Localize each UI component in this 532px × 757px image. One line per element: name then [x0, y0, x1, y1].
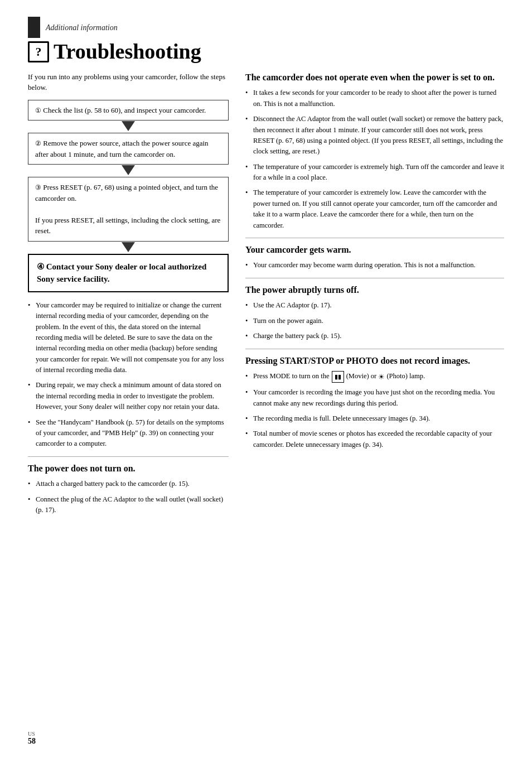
power-bullet-1: Attach a charged battery pack to the cam… [28, 479, 229, 489]
power-not-turn-on-heading: The power does not turn on. [28, 462, 229, 475]
power-not-turn-on-bullets: Attach a charged battery pack to the cam… [28, 479, 229, 515]
power-off-bullets: Use the AC Adaptor (p. 17). Turn on the … [245, 300, 504, 341]
not-operate-bullets: It takes a few seconds for your camcorde… [245, 88, 504, 231]
power-off-bullet-2: Turn on the power again. [245, 316, 504, 326]
step-2-text: Remove the power source, attach the powe… [35, 139, 209, 158]
step-1-text: Check the list (p. 58 to 60), and inspec… [43, 106, 206, 114]
start-stop-bullets: Press MODE to turn on the ▮▮ (Movie) or … [245, 371, 504, 450]
left-column: If you run into any problems using your … [28, 71, 229, 520]
gets-warm-bullets: Your camcorder may become warm during op… [245, 260, 504, 271]
step-1-box: ① Check the list (p. 58 to 60), and insp… [28, 100, 229, 121]
step-4-box: ④ Contact your Sony dealer or local auth… [28, 254, 229, 292]
step-3-box: ③ Press RESET (p. 67, 68) using a pointe… [28, 177, 229, 242]
left-bullet-2: During repair, we may check a minimum am… [28, 380, 229, 412]
two-column-layout: If you run into any problems using your … [28, 71, 504, 520]
title-text: Troubleshooting [54, 40, 201, 64]
not-operate-bullet-3: The temperature of your camcorder is ext… [245, 162, 504, 184]
divider-power [28, 456, 229, 457]
movie-icon: ▮▮ [332, 371, 344, 383]
top-bar-accent [28, 17, 40, 38]
svg-marker-0 [122, 121, 135, 131]
divider-power-off [245, 278, 504, 278]
left-bullet-3: See the "Handycam" Handbook (p. 57) for … [28, 417, 229, 450]
step-3-number: ③ [35, 184, 41, 191]
left-bullet-1: Your camcorder may be required to initia… [28, 300, 229, 376]
page-number-area: US 58 [28, 731, 36, 746]
not-operate-bullet-1: It takes a few seconds for your camcorde… [245, 88, 504, 109]
page-title: ? Troubleshooting [28, 40, 504, 64]
camera-icon: ☀ [378, 372, 385, 383]
power-off-bullet-1: Use the AC Adaptor (p. 17). [245, 300, 504, 311]
not-operate-bullet-2: Disconnect the AC Adaptor from the wall … [245, 114, 504, 157]
start-stop-bullet-2: Your camcorder is recording the image yo… [245, 387, 504, 409]
section-heading-not-operate: The camcorder does not operate even when… [245, 71, 504, 84]
divider-start-stop [245, 349, 504, 349]
step-4-text: Contact your Sony dealer or local author… [37, 262, 206, 284]
arrow-3 [28, 242, 229, 254]
step-2-box: ② Remove the power source, attach the po… [28, 133, 229, 165]
section-heading-start-stop: Pressing START/STOP or PHOTO does not re… [245, 355, 504, 367]
power-bullet-2: Connect the plug of the AC Adaptor to th… [28, 494, 229, 516]
step-4-number: ④ [37, 262, 44, 271]
intro-text: If you run into any problems using your … [28, 71, 229, 93]
section-heading-gets-warm: Your camcorder gets warm. [245, 244, 504, 256]
svg-marker-1 [122, 165, 135, 175]
start-stop-bullet-3: The recording media is full. Delete unne… [245, 413, 504, 424]
arrow-1 [28, 120, 229, 133]
arrow-2 [28, 165, 229, 177]
divider-gets-warm [245, 238, 504, 238]
page-number: 58 [28, 737, 36, 746]
right-column: The camcorder does not operate even when… [245, 71, 504, 520]
start-stop-bullet-4: Total number of movie scenes or photos h… [245, 428, 504, 450]
svg-marker-2 [122, 242, 135, 252]
page-header: Additional information ? Troubleshooting [28, 17, 504, 64]
page-locale: US [28, 731, 36, 737]
power-off-bullet-3: Charge the battery pack (p. 15). [245, 331, 504, 341]
not-operate-bullet-4: The temperature of your camcorder is ext… [245, 187, 504, 231]
left-bullets: Your camcorder may be required to initia… [28, 300, 229, 450]
step-3-text: Press RESET (p. 67, 68) using a pointed … [35, 183, 220, 235]
section-heading-power-off: The power abruptly turns off. [245, 284, 504, 296]
step-1-number: ① [35, 107, 41, 114]
step-2-number: ② [35, 139, 41, 147]
start-stop-bullet-1: Press MODE to turn on the ▮▮ (Movie) or … [245, 371, 504, 383]
page: Additional information ? Troubleshooting… [0, 0, 532, 757]
top-bar: Additional information [28, 17, 504, 38]
additional-info-label: Additional information [46, 23, 118, 32]
troubleshoot-icon: ? [28, 41, 49, 62]
gets-warm-bullet-1: Your camcorder may become warm during op… [245, 260, 504, 271]
